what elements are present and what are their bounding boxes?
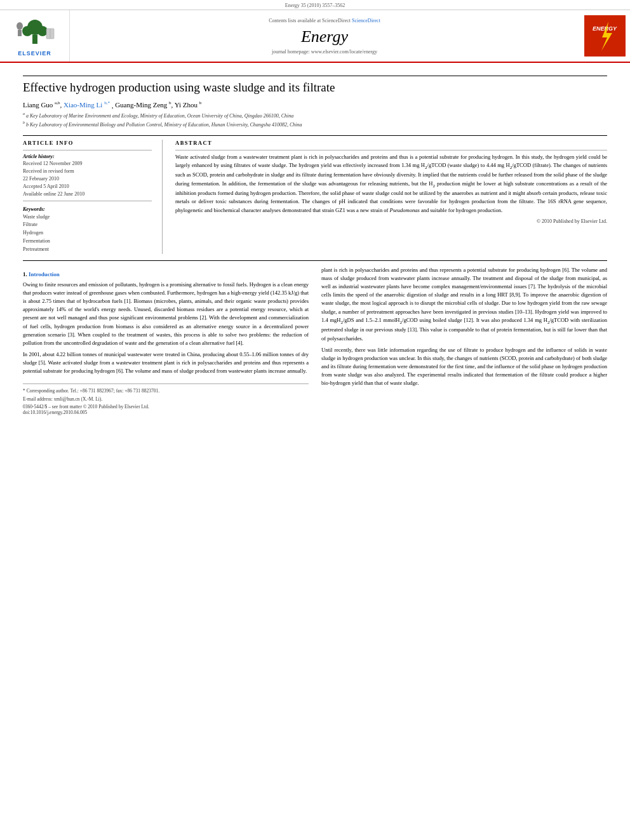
revised-date: 22 February 2010 [23,175,152,183]
svg-point-3 [22,26,32,36]
corresponding-author-note: * Corresponding author. Tel.: +86 731 88… [23,387,309,394]
elsevier-tree-icon [10,16,60,49]
abstract-col: ABSTRACT Waste activated sludge from a w… [175,140,607,254]
elsevier-logo-box: ELSEVIER [0,10,70,62]
svg-rect-6 [18,30,22,36]
elsevier-label: ELSEVIER [18,50,51,57]
abstract-title: ABSTRACT [175,140,607,146]
title-top-divider [23,76,607,76]
keywords-divider [23,201,152,201]
keywords-section: Keywords: Waste sludge Filtrate Hydrogen… [23,206,152,254]
affiliations: a a Key Laboratory of Marine Environment… [23,111,607,128]
info-inner-divider [23,150,152,150]
journal-homepage: journal homepage: www.elsevier.com/locat… [272,49,377,55]
svg-point-5 [17,22,23,30]
keyword-4: Fermentation [23,237,152,246]
body-divider [23,260,607,261]
right-para-2: Until recently, there was little informa… [321,346,607,388]
affiliation-a: a a Key Laboratory of Marine Environment… [23,111,607,120]
left-column: 1. Introduction Owing to finite resource… [23,266,309,415]
accepted-date: Accepted 5 April 2010 [23,183,152,190]
email-note: E-mail address: xmli@hun.cn (X.-M. Li). [23,396,309,403]
abstract-text: Waste activated sludge from a wastewater… [175,153,607,215]
energy-logo: ENERGY [584,15,626,57]
right-para-1: plant is rich in polysaccharides and pro… [321,266,607,343]
intro-num: 1. [23,271,27,277]
svg-rect-1 [32,35,37,44]
abstract-inner-divider [175,150,607,150]
author-xiao-ming-li: Xiao-Ming Li b,* [64,101,110,109]
keyword-1: Waste sludge [23,213,152,222]
citation-bar: Energy 35 (2010) 3557–3562 [0,0,630,10]
copyright-line: © 2010 Published by Elsevier Ltd. [175,218,607,224]
keyword-2: Filtrate [23,221,152,229]
received-revised-label: Received in revised form [23,168,152,175]
intro-para-1: Owing to finite resources and emission o… [23,281,309,347]
intro-title: Introduction [29,271,60,277]
main-content: 1. Introduction Owing to finite resource… [23,266,607,415]
right-column: plant is rich in polysaccharides and pro… [321,266,607,415]
journal-name: Energy [301,27,348,46]
received-date: Received 12 November 2009 [23,160,152,168]
keyword-5: Pretreatment [23,246,152,254]
article-title: Effective hydrogen production using wast… [23,80,607,96]
sciencedirect-text: Contents lists available at ScienceDirec… [269,18,380,23]
article-body: Effective hydrogen production using wast… [0,63,630,424]
introduction-heading: 1. Introduction [23,271,309,277]
article-info-col: ARTICLE INFO Article history: Received 1… [23,140,163,254]
info-divider [23,135,607,136]
keyword-3: Hydrogen [23,229,152,237]
svg-point-4 [37,26,48,36]
keywords-label: Keywords: [23,206,152,212]
article-footer: * Corresponding author. Tel.: +86 731 88… [23,383,309,416]
author-guang-ming-zeng: Guang-Ming Zeng b, Yi Zhou b [115,101,201,109]
issn-line: 0360-5442/$ – see front matter © 2010 Pu… [23,404,309,410]
author-liang-guo: Liang Guo a,b, [23,101,64,109]
info-abstract-section: ARTICLE INFO Article history: Received 1… [23,140,607,254]
energy-logo-box: ENERGY [579,10,630,62]
online-date: Available online 22 June 2010 [23,190,152,198]
journal-header: ELSEVIER Contents lists available at Sci… [0,10,630,63]
article-info-title: ARTICLE INFO [23,140,152,146]
sciencedirect-link[interactable]: ScienceDirect [352,18,380,23]
citation-text: Energy 35 (2010) 3557–3562 [285,3,345,8]
energy-logo-icon: ENERGY [584,15,626,57]
history-label: Article history: [23,154,152,159]
affiliation-b: b b Key Laboratory of Environmental Biol… [23,120,607,129]
intro-para-2: In 2001, about 4.22 billion tonnes of mu… [23,350,309,376]
doi-line: doi:10.1016/j.energy.2010.04.005 [23,410,309,415]
journal-center: Contents lists available at ScienceDirec… [70,10,579,62]
authors-line: Liang Guo a,b, Xiao-Ming Li b,* , Guang-… [23,101,607,109]
